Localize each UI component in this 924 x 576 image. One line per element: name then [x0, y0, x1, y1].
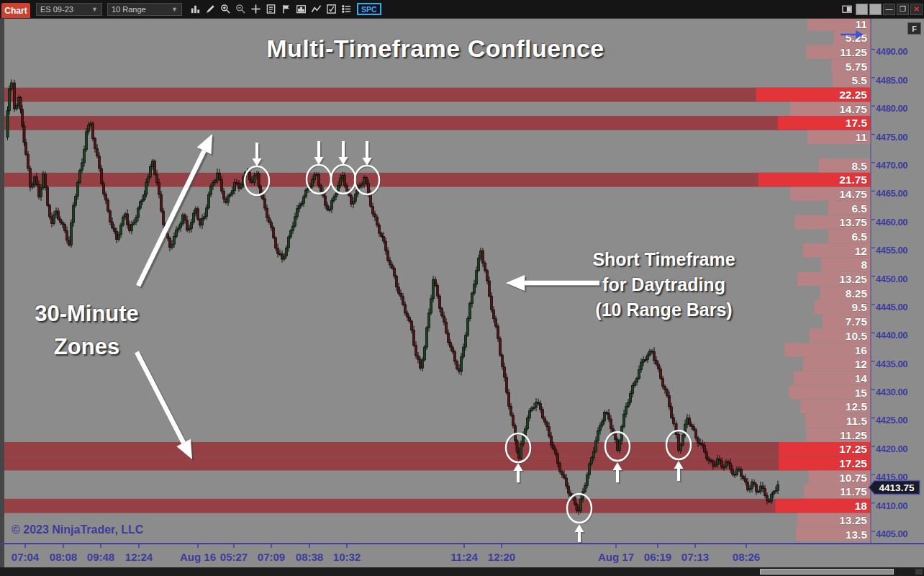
chart-style-icon[interactable] — [188, 2, 203, 17]
profile-value: 12 — [855, 358, 867, 370]
touch-arrow — [575, 524, 584, 532]
indicator-zigzag-icon[interactable] — [309, 2, 324, 17]
timeframe-label-line3: (10 Range Bars) — [569, 297, 759, 323]
profile-value: 14.75 — [839, 103, 867, 115]
price-tick-label: 4410.00 — [876, 500, 907, 511]
price-tick-label: 4420.00 — [876, 444, 907, 454]
profile-value: 21.75 — [839, 174, 867, 186]
minimize-button[interactable]: — — [883, 4, 895, 15]
price-tick-label: 4440.00 — [876, 330, 907, 341]
timeframe-label-line1: Short Timeframe — [569, 247, 759, 272]
profile-value: 14.75 — [839, 188, 867, 200]
time-tick-label: 08:08 — [50, 551, 77, 563]
profile-value: 12.5 — [846, 400, 868, 413]
profile-value: 17.25 — [839, 443, 867, 455]
zoom-in-icon[interactable] — [218, 2, 233, 17]
time-tick-label: 12:24 — [125, 551, 153, 563]
instrument-value: ES 09-23 — [40, 5, 84, 14]
profile-value: 5.75 — [846, 60, 868, 73]
profile-value: 8.5 — [851, 160, 867, 172]
time-tick-label: 05:27 — [220, 551, 248, 563]
panel-icon[interactable] — [839, 2, 854, 17]
time-tick-label: 10:32 — [333, 551, 361, 563]
profile-value: 13.5 — [846, 528, 868, 541]
profile-value: 7.75 — [846, 315, 868, 328]
profile-value: 11.5 — [846, 415, 868, 427]
profile-value: 6.5 — [851, 202, 867, 215]
pencil-icon[interactable] — [203, 2, 218, 17]
maximize-button[interactable]: ❐ — [897, 4, 909, 15]
close-button[interactable]: ✕ — [910, 4, 923, 15]
profile-value: 11 — [856, 18, 868, 30]
profile-value: 22.25 — [839, 89, 867, 101]
interval-value: 10 Range — [112, 5, 164, 14]
chevron-down-icon: ▼ — [91, 6, 98, 13]
tab-chart[interactable]: Chart — [1, 3, 30, 18]
annotation-arrow — [506, 275, 525, 291]
profile-value: 8 — [861, 258, 867, 271]
profile-value: 11.25 — [840, 46, 867, 58]
focus-button[interactable]: F — [907, 22, 921, 35]
toolbar-icons — [188, 2, 354, 17]
zone-band — [4, 442, 871, 456]
price-chart-canvas[interactable]: 115.2511.255.755.522.2514.7517.5118.521.… — [0, 0, 924, 576]
zones-label-line2: Zones — [6, 330, 168, 364]
chevron-down-icon: ▼ — [171, 6, 178, 13]
last-price-value: 4413.75 — [879, 482, 915, 493]
price-tick-label: 4450.00 — [876, 274, 907, 284]
price-tick-label: 4460.00 — [876, 217, 907, 228]
chart-title: Multi-Timeframe Confluence — [184, 35, 687, 63]
scrollbar-corner — [915, 569, 923, 575]
zone-band — [4, 499, 871, 513]
zone-band — [4, 88, 871, 102]
alert-flag-icon[interactable] — [278, 2, 294, 17]
crosshair-icon[interactable] — [248, 2, 263, 17]
profile-value: 11.25 — [840, 429, 867, 441]
menu-list-icon[interactable] — [339, 2, 354, 17]
time-tick-label: 11:24 — [450, 551, 478, 563]
zone-band — [4, 456, 871, 471]
price-tick-label: 4485.00 — [876, 75, 907, 86]
time-tick-label: 07:04 — [12, 551, 40, 563]
scrollbar-thumb[interactable] — [760, 569, 894, 575]
profile-value: 13.75 — [839, 216, 867, 228]
window-button-blank-2[interactable] — [869, 4, 882, 15]
annotation-arrow — [137, 352, 184, 443]
zones-label: 30-Minute Zones — [6, 297, 168, 364]
interval-select[interactable]: 10 Range ▼ — [107, 3, 182, 16]
profile-value: 5.5 — [851, 74, 867, 86]
price-tick-label: 4435.00 — [876, 359, 907, 369]
profile-value: 8.25 — [846, 287, 868, 300]
time-tick-label: 12:20 — [488, 551, 515, 563]
time-tick-label: 08:26 — [733, 551, 760, 563]
time-tick-label: 08:38 — [296, 551, 323, 563]
price-tick-label: 4425.00 — [876, 415, 907, 426]
spc-button[interactable]: SPC — [357, 3, 381, 15]
price-tick-label: 4430.00 — [876, 387, 907, 397]
time-tick-label: 06:19 — [644, 551, 671, 563]
profile-value: 17.5 — [846, 117, 868, 129]
zoom-out-icon[interactable] — [233, 2, 248, 17]
price-tick-label: 4445.00 — [876, 302, 907, 312]
horizontal-scrollbar[interactable] — [0, 567, 924, 576]
profile-value: 6.5 — [851, 230, 867, 243]
chart-window-icon[interactable] — [294, 2, 309, 17]
price-tick-label: 4490.00 — [876, 46, 907, 57]
profile-value: 15 — [855, 387, 868, 399]
window-button-blank-1[interactable] — [856, 4, 868, 15]
price-tick-label: 4455.00 — [876, 245, 907, 256]
zone-band — [4, 173, 871, 187]
data-box-icon[interactable] — [263, 2, 278, 17]
time-tick-label: Aug 16 — [180, 551, 216, 563]
profile-value: 13.25 — [839, 273, 867, 285]
price-tick-label: 4405.00 — [876, 528, 907, 539]
profile-value: 11.75 — [840, 485, 867, 498]
checklist-icon[interactable] — [324, 2, 339, 17]
instrument-select[interactable]: ES 09-23 ▼ — [36, 3, 102, 16]
profile-value: 10.5 — [846, 330, 868, 342]
profile-value: 14 — [855, 372, 868, 384]
copyright-text: © 2023 NinjaTrader, LLC — [12, 523, 143, 536]
price-tick-label: 4470.00 — [876, 160, 907, 171]
price-tick-label: 4475.00 — [876, 132, 907, 143]
toolbar: Chart ES 09-23 ▼ 10 Range ▼ — [0, 0, 924, 19]
